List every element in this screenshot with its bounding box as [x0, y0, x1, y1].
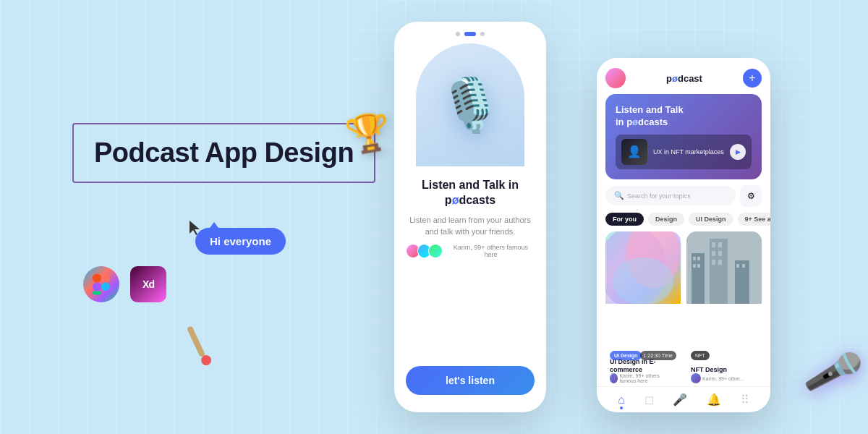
mic-illustration: 🎙️	[416, 43, 524, 166]
tag-design[interactable]: Design	[648, 213, 684, 226]
meta-avatar-2	[691, 373, 701, 383]
svg-rect-20	[712, 251, 715, 256]
brand-name: pødcast	[631, 73, 737, 84]
meta-avatar	[610, 373, 618, 383]
main-title: Podcast App Design	[94, 137, 354, 169]
tag-for-you[interactable]: For you	[605, 213, 644, 226]
svg-rect-6	[187, 326, 205, 357]
play-button[interactable]: ▶	[730, 144, 746, 160]
svg-rect-18	[712, 242, 715, 247]
search-input[interactable]: 🔍 Search for your topics	[605, 186, 736, 205]
bottom-nav: ⌂ ◻ 🎤 🔔 ⠿	[597, 386, 770, 412]
search-bar: 🔍 Search for your topics ⚙	[605, 185, 762, 207]
svg-rect-4	[93, 292, 101, 295]
mic-emoji: 🎙️	[438, 75, 503, 136]
hero-title: Listen and Talkin pødcasts	[616, 104, 752, 129]
svg-rect-19	[718, 242, 722, 247]
podcast-cards: UI Design 1:22:30 Time UI Design in E-co…	[597, 231, 770, 386]
card-ui-design[interactable]: UI Design 1:22:30 Time UI Design in E-co…	[605, 231, 681, 386]
card-bg-building	[686, 231, 762, 304]
right-phone-header: pødcast +	[597, 58, 770, 94]
podcast-name: UX in NFT marketplaces	[653, 148, 724, 156]
svg-rect-14	[697, 257, 700, 260]
bat-icon	[173, 320, 228, 380]
svg-rect-3	[93, 283, 101, 292]
nav-home[interactable]: ⌂	[618, 393, 625, 407]
svg-rect-16	[697, 264, 700, 268]
phone-mid-content: Listen and Talk in pødcasts Listen and l…	[394, 166, 546, 412]
trophy-icon: 🏆	[342, 109, 393, 158]
svg-point-10	[612, 258, 673, 304]
avatar-3	[428, 244, 443, 258]
hi-bubble: Hi everyone	[195, 228, 286, 255]
card-title-ui: UI Design in E-commerce	[610, 358, 676, 375]
phone-avatars: Karim, 99+ others famous here	[406, 244, 535, 258]
svg-rect-21	[718, 251, 722, 256]
nav-bell[interactable]: 🔔	[707, 393, 721, 407]
card-bg-abstract	[605, 231, 681, 304]
svg-rect-26	[742, 264, 745, 268]
card-meta-nft: Karim, 99+ other...	[691, 373, 757, 383]
pagination-dots	[456, 32, 485, 36]
card-badge-nft: NFT	[691, 351, 710, 360]
add-button[interactable]: +	[743, 69, 762, 88]
svg-rect-17	[710, 239, 728, 304]
topic-tags: For you Design UI Design 9+ See all	[597, 213, 770, 226]
svg-rect-1	[93, 274, 101, 283]
tag-see-all[interactable]: 9+ See all	[738, 213, 770, 226]
nav-grid[interactable]: ⠿	[741, 393, 749, 407]
svg-rect-12	[692, 253, 705, 304]
svg-rect-23	[718, 260, 722, 265]
search-icon: 🔍	[614, 191, 624, 200]
svg-rect-22	[712, 260, 715, 265]
tag-ui-design[interactable]: UI Design	[689, 213, 733, 226]
left-section: Podcast App Design Hi everyone Xd 🏆	[0, 0, 405, 434]
lets-listen-button[interactable]: let's listen	[406, 366, 535, 395]
filter-button[interactable]: ⚙	[740, 185, 762, 207]
avatar-count: Karim, 99+ others famous here	[447, 244, 535, 258]
dot-3	[480, 32, 485, 36]
figma-icon	[83, 266, 119, 302]
svg-rect-25	[736, 264, 739, 268]
svg-point-5	[101, 283, 110, 292]
xd-icon: Xd	[130, 266, 166, 302]
svg-rect-13	[693, 257, 696, 260]
dot-2	[464, 32, 476, 36]
svg-rect-15	[693, 264, 696, 268]
nav-mic[interactable]: 🎤	[673, 393, 687, 407]
thumb-image: 👤	[621, 139, 647, 165]
card-meta-ui: Karim, 99+ others famous here	[610, 373, 676, 383]
phone-middle: 🎙️ Listen and Talk in pødcasts Listen an…	[394, 22, 546, 412]
search-placeholder: Search for your topics	[627, 192, 691, 200]
podcast-thumbnail[interactable]: 👤 UX in NFT marketplaces ▶	[616, 135, 752, 169]
nav-explore[interactable]: ◻	[644, 393, 654, 407]
card-nft[interactable]: NFT NFT Design Karim, 99+ other...	[686, 231, 762, 386]
svg-rect-2	[101, 274, 110, 283]
dot-1	[456, 32, 460, 36]
phone-right: pødcast + Listen and Talkin pødcasts 👤 U…	[597, 58, 770, 412]
phone-middle-subtitle: Listen and learn from your authors and t…	[406, 214, 535, 238]
hero-card: Listen and Talkin pødcasts 👤 UX in NFT m…	[605, 94, 762, 179]
phone-middle-title: Listen and Talk in pødcasts	[406, 178, 535, 208]
title-box: Podcast App Design	[72, 123, 375, 183]
user-avatar	[605, 68, 626, 88]
